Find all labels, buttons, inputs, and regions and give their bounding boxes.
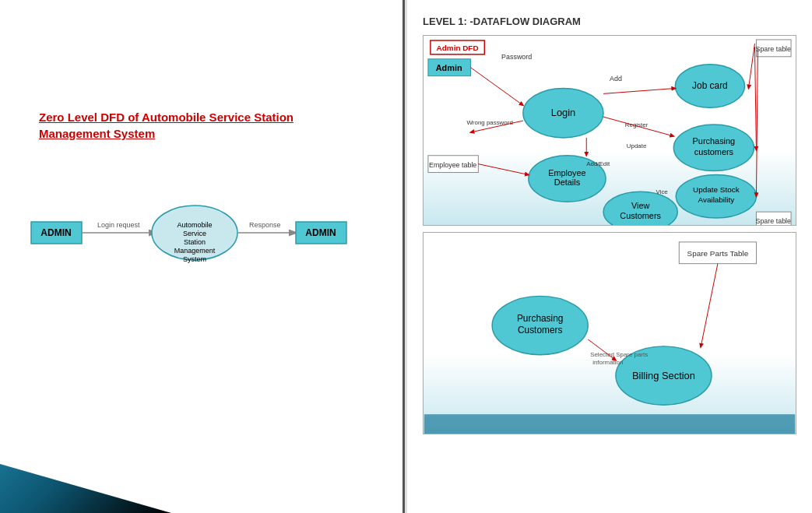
wrong-password-label: Wrong password: [467, 119, 513, 126]
svg-line-29: [701, 264, 718, 347]
center-ellipse-text3: Station: [184, 238, 206, 246]
top-diagram-svg: Admin DFD Admin Password Login Job card …: [424, 36, 796, 225]
svg-rect-30: [424, 414, 795, 434]
zero-level-diagram: ADMIN Login request Automobile Service S…: [23, 187, 350, 280]
zero-level-title[interactable]: Zero Level DFD of Automobile Service Sta…: [39, 109, 335, 142]
svg-line-13: [470, 68, 522, 106]
update-stock-ellipse2: Availability: [698, 195, 735, 204]
zero-level-svg: ADMIN Login request Automobile Service S…: [23, 187, 350, 280]
right-page: LEVEL 1: -DATAFLOW DIAGRAM Admin DFD Adm…: [407, 0, 812, 513]
center-ellipse-text5: System: [183, 255, 206, 263]
spare-table-label2: Spare table: [755, 217, 791, 225]
admin-right-label: ADMIN: [305, 227, 336, 238]
update-label: Update: [627, 142, 647, 149]
employee-details-ellipse2: Details: [554, 177, 581, 187]
employee-table-label: Employee table: [429, 161, 476, 169]
svg-line-20: [754, 47, 756, 150]
svg-line-24: [478, 164, 528, 175]
spare-parts-table-label: Spare Parts Table: [687, 249, 749, 258]
bottom-diagram: Spare Parts Table Purchasing Customers B…: [423, 232, 796, 434]
center-ellipse-text1: Automobile: [177, 221, 212, 229]
purchasing-customers-ellipse1: Purchasing: [693, 136, 736, 146]
level-title: LEVEL 1: -DATAFLOW DIAGRAM: [423, 16, 796, 27]
selected-spare-label1: Selected Spare parts: [590, 351, 648, 358]
svg-line-16: [603, 117, 673, 136]
top-diagram: Admin DFD Admin Password Login Job card …: [423, 35, 796, 226]
center-ellipse-text2: Service: [183, 230, 206, 237]
billing-section-ellipse: Billing Section: [632, 370, 695, 381]
admin-box-top: Admin: [436, 63, 462, 72]
purchasing-customers-ellipse2: customers: [694, 147, 734, 156]
page-divider: [402, 0, 405, 513]
svg-line-15: [603, 88, 675, 93]
purchasing-customers-bottom1: Purchasing: [517, 313, 563, 324]
view-customers-ellipse2: Customers: [620, 211, 661, 220]
left-page: Zero Level DFD of Automobile Service Sta…: [0, 0, 402, 513]
register-label: Register: [625, 121, 649, 128]
bottom-decoration-left: [0, 443, 171, 513]
employee-details-ellipse1: Employee: [548, 168, 586, 177]
view-customers-ellipse1: View: [631, 201, 650, 210]
add-edit-label: Add/Edit: [586, 160, 610, 167]
admin-left-label: ADMIN: [40, 227, 71, 238]
admin-dfd-tag: Admin DFD: [437, 44, 479, 52]
svg-line-21: [756, 48, 758, 196]
bottom-diagram-svg: Spare Parts Table Purchasing Customers B…: [424, 233, 796, 434]
password-label: Password: [501, 53, 532, 61]
svg-line-19: [749, 44, 755, 89]
login-ellipse: Login: [551, 107, 576, 118]
purchasing-customers-bottom2: Customers: [518, 325, 563, 336]
job-card-ellipse: Job card: [692, 80, 728, 91]
add-label: Add: [610, 75, 622, 83]
vice-label: Vice: [656, 188, 669, 195]
login-request-label: Login request: [97, 221, 140, 229]
center-ellipse-text4: Management: [174, 247, 216, 255]
response-label: Response: [249, 221, 281, 229]
spare-table-label1: Spare table: [755, 45, 791, 53]
update-stock-ellipse1: Update Stock: [693, 185, 740, 194]
selected-spare-label2: information: [592, 359, 623, 366]
